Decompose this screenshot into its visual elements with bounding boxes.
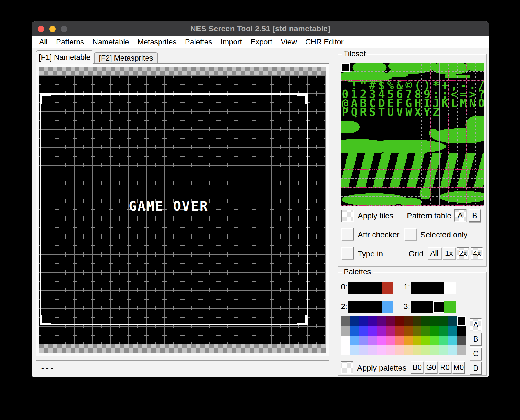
nes-color-1-4[interactable]	[377, 326, 386, 336]
nes-color-1-7[interactable]	[404, 326, 413, 336]
nes-color-2-4[interactable]	[377, 336, 386, 345]
nes-color-0-3[interactable]	[368, 316, 377, 326]
nes-color-0-11[interactable]	[439, 316, 448, 326]
nes-color-3-12[interactable]	[448, 345, 457, 355]
palette-bank-a-button[interactable]: A	[470, 318, 482, 331]
nes-color-3-10[interactable]	[430, 345, 439, 355]
menu-item-view[interactable]: View	[277, 38, 301, 46]
quick-r0-button[interactable]: R0	[439, 361, 451, 374]
nes-color-1-3[interactable]	[368, 326, 377, 336]
menu-item-nametable[interactable]: Nametable	[88, 38, 133, 46]
palette-3-color-3[interactable]	[444, 301, 456, 313]
nes-color-3-3[interactable]	[368, 345, 377, 355]
nes-color-0-12[interactable]	[448, 316, 457, 326]
nes-color-0-13[interactable]	[457, 316, 466, 326]
menu-item-import[interactable]: Import	[216, 38, 246, 46]
nes-color-2-10[interactable]	[430, 336, 439, 345]
palette-1-color-2[interactable]	[433, 282, 444, 294]
palette-2-color-3[interactable]	[382, 301, 393, 313]
grid-4x-button[interactable]: 4x	[471, 247, 483, 259]
palette-1-color-1[interactable]	[422, 282, 433, 294]
menu-item-export[interactable]: Export	[246, 38, 277, 46]
nes-color-1-12[interactable]	[448, 326, 457, 336]
nes-color-3-5[interactable]	[386, 345, 395, 355]
palette-3-color-1[interactable]	[422, 301, 433, 313]
nes-color-3-6[interactable]	[395, 345, 404, 355]
nes-color-3-0[interactable]	[341, 345, 350, 355]
nametable-canvas[interactable]: GAME OVER	[36, 63, 329, 356]
nes-color-1-13[interactable]	[457, 326, 466, 336]
nes-color-1-6[interactable]	[395, 326, 404, 336]
nes-color-0-9[interactable]	[421, 316, 430, 326]
menu-item-all[interactable]: All	[35, 38, 52, 46]
nes-color-3-2[interactable]	[359, 345, 368, 355]
nes-color-2-0[interactable]	[341, 336, 350, 345]
nes-color-1-10[interactable]	[430, 326, 439, 336]
palette-3-color-2[interactable]	[433, 301, 444, 313]
nes-color-1-1[interactable]	[350, 326, 359, 336]
nes-color-3-7[interactable]	[404, 345, 413, 355]
nes-color-2-7[interactable]	[404, 336, 413, 345]
palette-bank-d-button[interactable]: D	[470, 362, 482, 375]
grid-2x-button[interactable]: 2x	[457, 247, 469, 259]
menu-item-palettes[interactable]: Palettes	[181, 38, 217, 46]
nes-color-3-4[interactable]	[377, 345, 386, 355]
menu-item-patterns[interactable]: Patterns	[52, 38, 88, 46]
nes-color-2-9[interactable]	[421, 336, 430, 345]
quick-b0-button[interactable]: B0	[411, 361, 423, 374]
nes-color-0-7[interactable]	[404, 316, 413, 326]
nes-color-2-3[interactable]	[368, 336, 377, 345]
nes-color-3-1[interactable]	[350, 345, 359, 355]
nes-color-0-8[interactable]	[413, 316, 421, 326]
menu-item-metasprites[interactable]: Metasprites	[133, 38, 181, 46]
nes-color-3-13[interactable]	[457, 345, 466, 355]
palette-2-color-0[interactable]	[348, 301, 359, 313]
nes-color-3-11[interactable]	[439, 345, 448, 355]
nes-color-1-11[interactable]	[439, 326, 448, 336]
nes-color-1-2[interactable]	[359, 326, 368, 336]
palette-0-color-1[interactable]	[359, 282, 371, 294]
type-in-checkbox[interactable]	[341, 247, 354, 259]
palette-2-color-1[interactable]	[359, 301, 371, 313]
nes-color-0-5[interactable]	[386, 316, 395, 326]
palette-2-color-2[interactable]	[371, 301, 382, 313]
nes-color-0-6[interactable]	[395, 316, 404, 326]
nes-color-2-12[interactable]	[448, 336, 457, 345]
menu-item-chr-editor[interactable]: CHR Editor	[301, 38, 348, 46]
tileset-canvas[interactable]: !"#$%&©()*+,-./0123456789:;<=>?@ABCDEFGH…	[341, 63, 484, 206]
palette-1-color-0[interactable]	[411, 282, 422, 294]
palette-bank-c-button[interactable]: C	[470, 347, 482, 360]
tab-metasprites[interactable]: [F2] Metasprites	[94, 52, 158, 64]
palette-1-color-3[interactable]	[444, 282, 456, 294]
nes-color-1-9[interactable]	[421, 326, 430, 336]
palette-3-color-0[interactable]	[411, 301, 422, 313]
quick-g0-button[interactable]: G0	[425, 361, 437, 374]
palette-0-color-3[interactable]	[382, 282, 393, 294]
nes-color-2-8[interactable]	[413, 336, 421, 345]
nes-color-1-5[interactable]	[386, 326, 395, 336]
nes-color-3-8[interactable]	[413, 345, 421, 355]
nes-color-0-0[interactable]	[341, 316, 350, 326]
nametable-screen[interactable]: GAME OVER	[39, 75, 326, 344]
palette-0-color-0[interactable]	[348, 282, 359, 294]
selected-only-checkbox[interactable]	[404, 228, 416, 240]
nes-color-2-13[interactable]	[457, 336, 466, 345]
nes-color-2-6[interactable]	[395, 336, 404, 345]
nes-color-0-2[interactable]	[359, 316, 368, 326]
nes-color-1-8[interactable]	[413, 326, 421, 336]
grid-all-button[interactable]: All	[428, 247, 441, 259]
nes-color-0-4[interactable]	[377, 316, 386, 326]
palette-bank-b-button[interactable]: B	[470, 333, 482, 346]
tab-nametable[interactable]: [F1] Nametable	[36, 50, 93, 64]
nes-color-picker[interactable]	[341, 316, 466, 355]
apply-palettes-checkbox[interactable]	[341, 361, 353, 374]
nes-color-0-1[interactable]	[350, 316, 359, 326]
nes-color-2-1[interactable]	[350, 336, 359, 345]
nes-color-2-2[interactable]	[359, 336, 368, 345]
pattern-table-b-button[interactable]: B	[469, 209, 481, 222]
nes-color-2-11[interactable]	[439, 336, 448, 345]
nes-color-2-5[interactable]	[386, 336, 395, 345]
nes-color-3-9[interactable]	[421, 345, 430, 355]
nes-color-1-0[interactable]	[341, 326, 350, 336]
quick-m0-button[interactable]: M0	[452, 361, 465, 374]
